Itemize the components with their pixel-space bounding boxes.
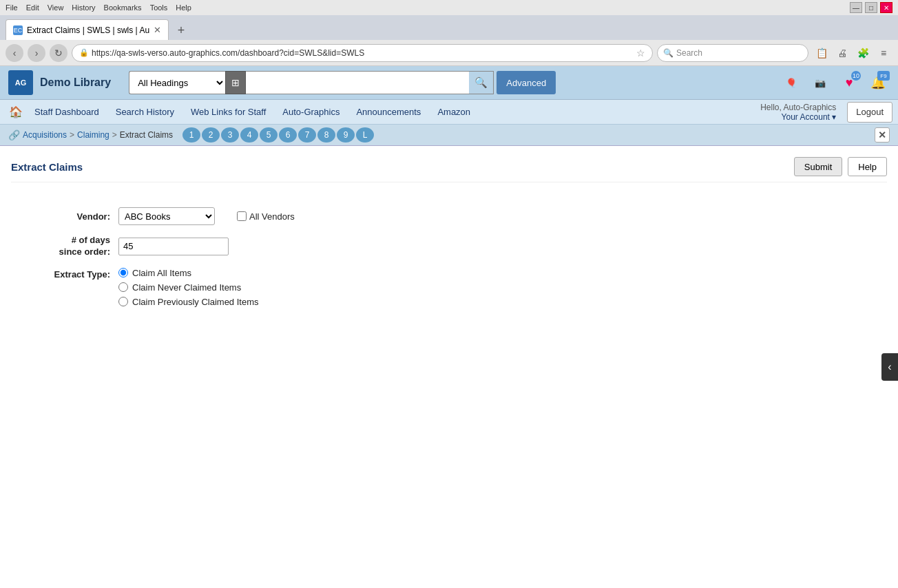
app-logo: AG: [8, 70, 33, 95]
days-input[interactable]: [118, 238, 229, 255]
app-header: AG Demo Library All Headings Title Autho…: [0, 66, 898, 100]
bell-icon-button[interactable]: 🔔 F9: [866, 71, 890, 94]
radio-never-claimed-input[interactable]: [118, 282, 128, 292]
menu-file[interactable]: File: [6, 3, 18, 12]
nav-staff-dashboard[interactable]: Staff Dashboard: [26, 100, 107, 125]
nav-search-history[interactable]: Search History: [107, 100, 182, 125]
pager-btn-7[interactable]: 7: [298, 127, 316, 143]
forward-button[interactable]: ›: [28, 44, 45, 62]
menu-bar: File Edit View History Bookmarks Tools H…: [6, 3, 191, 12]
new-tab-button[interactable]: +: [171, 21, 191, 40]
search-heading-select[interactable]: All Headings Title Author Subject ISBN: [129, 71, 225, 94]
active-tab[interactable]: EC Extract Claims | SWLS | swls | Au ✕: [6, 19, 169, 40]
search-placeholder: Search: [676, 48, 702, 58]
breadcrumb-sep-2: >: [112, 130, 117, 140]
maximize-button[interactable]: □: [865, 2, 877, 13]
minimize-button[interactable]: —: [850, 2, 862, 13]
pager-btn-3[interactable]: 3: [221, 127, 239, 143]
browser-search-bar[interactable]: 🔍 Search: [657, 44, 808, 62]
breadcrumb-sep-1: >: [70, 130, 74, 140]
pager-btn-2[interactable]: 2: [202, 127, 220, 143]
pocket-button[interactable]: 📋: [813, 44, 831, 62]
nav-bar: 🏠 Staff Dashboard Search History Web Lin…: [0, 100, 898, 125]
extensions-button[interactable]: 🧩: [854, 44, 872, 62]
all-vendors-checkbox[interactable]: [237, 211, 247, 221]
menu-edit[interactable]: Edit: [26, 3, 39, 12]
search-input[interactable]: [246, 71, 469, 94]
main-content: Extract Claims Submit Help Vendor: ABC B…: [0, 146, 898, 588]
app-title: Demo Library: [40, 76, 111, 89]
pager-btn-4[interactable]: 4: [240, 127, 258, 143]
vendor-label: Vendor:: [28, 211, 110, 222]
account-info: Hello, Auto-Graphics Your Account ▾: [760, 103, 836, 122]
menu-history[interactable]: History: [72, 3, 95, 12]
radio-previously-claimed-input[interactable]: [118, 297, 128, 306]
favorites-badge: 10: [851, 71, 861, 81]
favorites-button[interactable]: ♥ 10: [837, 71, 861, 94]
pager-btn-9[interactable]: 9: [337, 127, 355, 143]
breadcrumb-bar: 🔗 Acquisitions > Claiming > Extract Clai…: [0, 125, 898, 146]
days-row: # of days since order:: [28, 235, 870, 258]
pager-btn-8[interactable]: 8: [317, 127, 335, 143]
reload-button[interactable]: ↻: [50, 44, 67, 62]
search-submit-button[interactable]: 🔍: [469, 71, 494, 94]
menu-button[interactable]: ≡: [875, 44, 892, 62]
bell-badge: F9: [877, 71, 890, 81]
menu-tools[interactable]: Tools: [150, 3, 168, 12]
page-actions: Submit Help: [794, 157, 887, 176]
nav-web-links[interactable]: Web Links for Staff: [182, 100, 274, 125]
tab-close-button[interactable]: ✕: [154, 25, 161, 35]
browser-action-buttons: 📋 🖨 🧩 ≡: [813, 44, 892, 62]
sidebar-toggle-button[interactable]: ‹: [881, 353, 898, 381]
tab-label: Extract Claims | SWLS | swls | Au: [27, 25, 149, 35]
home-nav-button[interactable]: 🏠: [6, 102, 26, 123]
menu-view[interactable]: View: [48, 3, 64, 12]
breadcrumb-claiming[interactable]: Claiming: [77, 130, 109, 140]
breadcrumb-pager: 1 2 3 4 5 6 7 8 9 L: [182, 127, 374, 143]
address-bar-row: ‹ › ↻ 🔒 https://qa-swls-verso.auto-graph…: [0, 40, 898, 66]
pager-btn-L[interactable]: L: [356, 127, 374, 143]
advanced-search-button[interactable]: Advanced: [497, 71, 556, 94]
window-controls: — □ ✕: [850, 2, 892, 13]
tab-favicon: EC: [13, 25, 23, 35]
bookmark-star-icon[interactable]: ☆: [636, 48, 645, 59]
breadcrumb-acquisitions[interactable]: Acquisitions: [23, 130, 67, 140]
radio-claim-all-input[interactable]: [118, 268, 128, 277]
balloon-icon-button[interactable]: 🎈: [780, 71, 803, 94]
nav-amazon[interactable]: Amazon: [429, 100, 479, 125]
menu-bookmarks[interactable]: Bookmarks: [104, 3, 142, 12]
pager-btn-1[interactable]: 1: [182, 127, 200, 143]
url-display: https://qa-swls-verso.auto-graphics.com/…: [92, 48, 636, 58]
radio-previously-claimed-label: Claim Previously Claimed Items: [132, 297, 259, 307]
logo-image: AG: [8, 70, 33, 95]
search-icon: 🔍: [663, 48, 674, 58]
nav-auto-graphics[interactable]: Auto-Graphics: [274, 100, 348, 125]
pager-btn-6[interactable]: 6: [279, 127, 297, 143]
page-title: Extract Claims: [11, 161, 83, 173]
page-content: AG Demo Library All Headings Title Autho…: [0, 66, 898, 588]
your-account-link[interactable]: Your Account ▾: [782, 112, 837, 122]
back-button[interactable]: ‹: [6, 44, 23, 62]
breadcrumb-current: Extract Claims: [120, 130, 173, 140]
pager-btn-5[interactable]: 5: [260, 127, 278, 143]
all-vendors-label: All Vendors: [249, 211, 295, 222]
browser-titlebar: File Edit View History Bookmarks Tools H…: [0, 0, 898, 15]
search-database-button[interactable]: ⊞: [225, 71, 246, 94]
radio-previously-claimed: Claim Previously Claimed Items: [118, 297, 259, 307]
breadcrumb-close-button[interactable]: ✕: [875, 127, 890, 143]
search-magnifier-icon: 🔍: [474, 76, 488, 89]
help-button[interactable]: Help: [848, 157, 887, 176]
vendor-select[interactable]: ABC Books Vendor B Vendor C: [118, 207, 215, 225]
extract-options: Claim All Items Claim Never Claimed Item…: [118, 268, 259, 307]
all-vendors-checkbox-group: All Vendors: [237, 211, 295, 222]
greeting-text: Hello, Auto-Graphics: [760, 103, 836, 112]
camera-icon-button[interactable]: 📷: [808, 71, 832, 94]
balloon-icon: 🎈: [786, 78, 797, 88]
nav-announcements[interactable]: Announcements: [348, 100, 429, 125]
menu-help[interactable]: Help: [176, 3, 191, 12]
address-bar[interactable]: 🔒 https://qa-swls-verso.auto-graphics.co…: [72, 44, 653, 62]
submit-button[interactable]: Submit: [794, 157, 842, 176]
print-button[interactable]: 🖨: [833, 44, 851, 62]
close-button[interactable]: ✕: [880, 2, 892, 13]
logout-button[interactable]: Logout: [847, 102, 892, 123]
